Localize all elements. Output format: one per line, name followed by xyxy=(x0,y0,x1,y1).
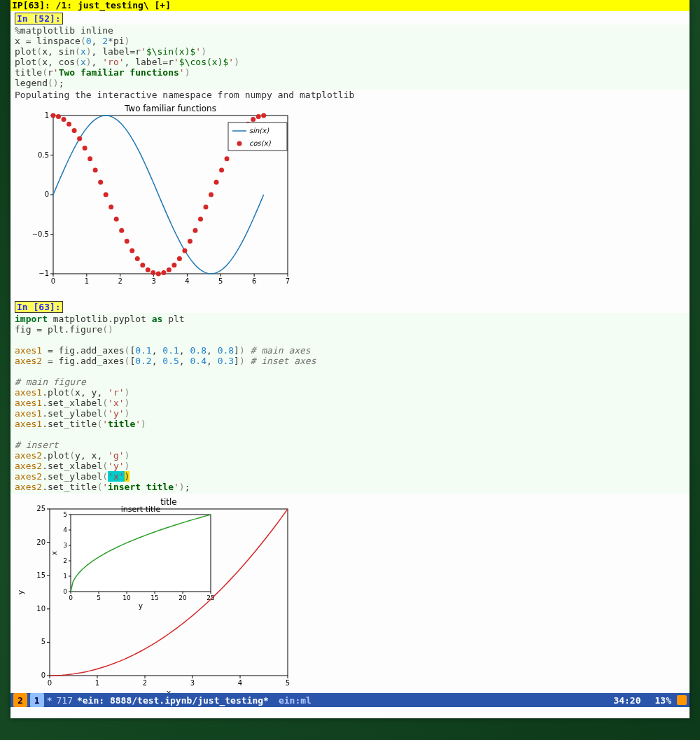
svg-point-57 xyxy=(203,204,208,209)
modeline-star: * xyxy=(47,695,52,706)
svg-text:0: 0 xyxy=(41,671,46,679)
svg-point-37 xyxy=(98,180,103,185)
svg-text:2: 2 xyxy=(63,557,67,564)
svg-text:5: 5 xyxy=(41,638,46,645)
svg-text:0: 0 xyxy=(45,190,49,198)
svg-text:5: 5 xyxy=(286,679,290,687)
svg-text:3: 3 xyxy=(63,542,67,549)
svg-text:25: 25 xyxy=(206,594,214,601)
svg-point-55 xyxy=(192,228,197,233)
svg-text:y: y xyxy=(16,589,25,594)
svg-text:7: 7 xyxy=(286,277,290,285)
svg-text:20: 20 xyxy=(178,594,187,601)
cell-prompt-52: In [52]: xyxy=(15,13,63,25)
svg-point-38 xyxy=(104,192,108,197)
svg-point-60 xyxy=(219,168,224,173)
svg-text:title: title xyxy=(160,497,176,507)
svg-text:sin(x): sin(x) xyxy=(249,127,270,134)
svg-text:2: 2 xyxy=(118,277,122,285)
svg-point-56 xyxy=(198,216,203,221)
svg-point-59 xyxy=(214,180,219,185)
svg-point-51 xyxy=(172,263,176,267)
chart-svg-1: 01234567−1−0.500.51Two familiar function… xyxy=(15,100,295,289)
plot-title-inset: 0123450510152025titlexy0510152025012345i… xyxy=(15,494,690,693)
emacs-window: IP[63]: /1: just_testing\ [+] In [52]: %… xyxy=(10,0,690,718)
svg-point-58 xyxy=(209,193,214,197)
svg-point-47 xyxy=(150,270,155,275)
modeline-linecount: 717 xyxy=(56,695,72,706)
svg-text:4: 4 xyxy=(185,277,189,285)
svg-point-36 xyxy=(93,168,98,173)
svg-text:1: 1 xyxy=(95,679,99,687)
svg-text:x: x xyxy=(167,688,172,693)
workspace-indicator: 2 xyxy=(13,693,27,707)
svg-text:1: 1 xyxy=(45,111,49,119)
tab-prefix: IP[63]: /1: xyxy=(12,0,78,11)
svg-text:y: y xyxy=(139,602,143,610)
svg-point-39 xyxy=(108,204,113,209)
svg-text:5: 5 xyxy=(97,594,101,601)
svg-text:5: 5 xyxy=(218,277,223,285)
svg-text:15: 15 xyxy=(36,571,46,579)
svg-text:Two familiar functions: Two familiar functions xyxy=(124,104,216,113)
modeline-end-indicator xyxy=(677,695,687,705)
minibuffer[interactable] xyxy=(10,707,690,718)
svg-text:5: 5 xyxy=(63,511,67,518)
svg-text:2: 2 xyxy=(143,679,147,687)
svg-text:insert title: insert title xyxy=(121,505,161,514)
svg-text:cos(x): cos(x) xyxy=(249,139,272,147)
svg-point-34 xyxy=(83,146,88,151)
svg-text:10: 10 xyxy=(36,605,46,613)
modeline-mode: ein:ml xyxy=(279,695,312,706)
svg-point-66 xyxy=(251,117,255,122)
chart-svg-2: 0123450510152025titlexy0510152025012345i… xyxy=(15,494,295,693)
svg-point-50 xyxy=(167,267,172,272)
svg-point-61 xyxy=(225,156,230,161)
cell-prompt-63: In [63]: xyxy=(15,301,63,313)
cell-code-63[interactable]: import matplotlib.pyplot as plt fig = pl… xyxy=(10,313,690,494)
svg-point-53 xyxy=(182,248,187,253)
modeline-percent: 13% xyxy=(655,695,671,706)
window-indicator: 1 xyxy=(30,693,44,707)
svg-text:−0.5: −0.5 xyxy=(32,230,49,238)
svg-text:4: 4 xyxy=(63,526,67,533)
svg-point-31 xyxy=(66,122,71,127)
svg-point-30 xyxy=(62,117,66,122)
svg-text:0: 0 xyxy=(63,588,67,595)
svg-text:x: x xyxy=(50,551,58,555)
svg-text:1: 1 xyxy=(63,573,67,580)
svg-point-49 xyxy=(161,270,166,275)
svg-point-29 xyxy=(56,114,61,119)
svg-point-44 xyxy=(135,256,140,261)
svg-text:4: 4 xyxy=(238,679,242,687)
svg-point-41 xyxy=(119,228,124,233)
svg-text:10: 10 xyxy=(122,594,131,601)
svg-text:0.5: 0.5 xyxy=(38,151,49,159)
svg-text:20: 20 xyxy=(36,538,46,546)
svg-point-67 xyxy=(256,114,261,119)
tab-title: just_testing\ xyxy=(78,0,149,11)
svg-point-35 xyxy=(88,156,92,161)
svg-point-42 xyxy=(125,239,130,244)
svg-point-43 xyxy=(130,248,134,253)
svg-text:3: 3 xyxy=(151,277,155,285)
svg-text:0: 0 xyxy=(69,594,73,601)
svg-point-40 xyxy=(114,216,119,221)
svg-point-46 xyxy=(146,267,150,272)
modeline-buffer-name: *ein: 8888/test.ipynb/just_testing* xyxy=(77,695,269,706)
svg-point-28 xyxy=(51,113,56,118)
tab-bar[interactable]: IP[63]: /1: just_testing\ [+] xyxy=(10,0,690,11)
svg-point-54 xyxy=(188,239,192,244)
cell-output-52: Populating the interactive namespace fro… xyxy=(10,90,690,100)
svg-point-33 xyxy=(77,137,82,141)
svg-point-32 xyxy=(72,128,77,133)
svg-rect-102 xyxy=(71,515,211,592)
svg-text:3: 3 xyxy=(190,679,195,687)
svg-text:6: 6 xyxy=(252,277,256,285)
svg-text:25: 25 xyxy=(36,505,46,512)
cell-code-52[interactable]: %matplotlib inline x = linspace(0, 2*pi)… xyxy=(10,25,690,90)
buffer-content[interactable]: In [52]: %matplotlib inline x = linspace… xyxy=(10,11,690,693)
svg-text:15: 15 xyxy=(150,594,158,601)
svg-point-68 xyxy=(261,113,266,118)
modeline: 2 1 * 717 *ein: 8888/test.ipynb/just_tes… xyxy=(10,693,690,707)
